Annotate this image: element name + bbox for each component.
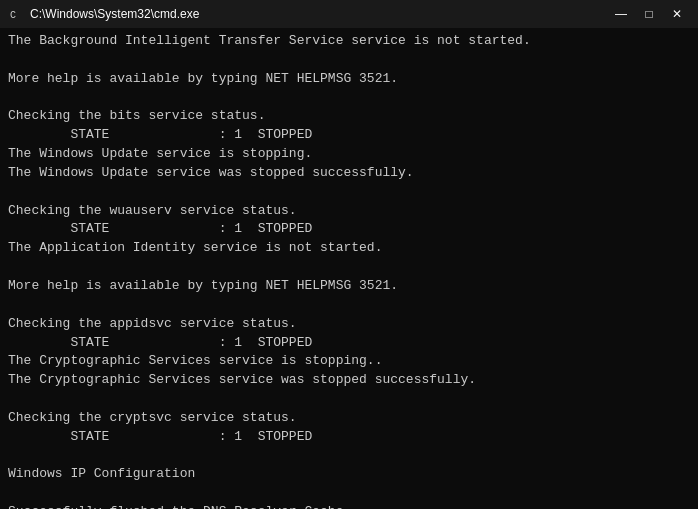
terminal-line: The Windows Update service was stopped s… [8, 164, 690, 183]
terminal-line: The Cryptographic Services service was s… [8, 371, 690, 390]
terminal-line [8, 183, 690, 202]
minimize-button[interactable]: — [608, 4, 634, 24]
terminal-line: Checking the bits service status. [8, 107, 690, 126]
title-bar-left: C C:\Windows\System32\cmd.exe [8, 6, 199, 22]
terminal-line [8, 390, 690, 409]
terminal-output: The Background Intelligent Transfer Serv… [0, 28, 698, 509]
terminal-line: STATE : 1 STOPPED [8, 220, 690, 239]
terminal-line [8, 447, 690, 466]
cmd-window: C C:\Windows\System32\cmd.exe — □ ✕ The … [0, 0, 698, 509]
terminal-line: The Cryptographic Services service is st… [8, 352, 690, 371]
cmd-icon: C [8, 6, 24, 22]
terminal-line [8, 89, 690, 108]
terminal-line: The Application Identity service is not … [8, 239, 690, 258]
terminal-line: STATE : 1 STOPPED [8, 126, 690, 145]
maximize-button[interactable]: □ [636, 4, 662, 24]
terminal-line [8, 258, 690, 277]
terminal-line [8, 484, 690, 503]
svg-text:C: C [10, 10, 16, 21]
terminal-line: The Background Intelligent Transfer Serv… [8, 32, 690, 51]
terminal-line: Checking the wuauserv service status. [8, 202, 690, 221]
window-controls: — □ ✕ [608, 4, 690, 24]
terminal-line: More help is available by typing NET HEL… [8, 70, 690, 89]
terminal-line: More help is available by typing NET HEL… [8, 277, 690, 296]
window-title: C:\Windows\System32\cmd.exe [30, 7, 199, 21]
title-bar: C C:\Windows\System32\cmd.exe — □ ✕ [0, 0, 698, 28]
terminal-line: Checking the appidsvc service status. [8, 315, 690, 334]
terminal-line [8, 51, 690, 70]
close-button[interactable]: ✕ [664, 4, 690, 24]
terminal-line: Windows IP Configuration [8, 465, 690, 484]
terminal-line: The Windows Update service is stopping. [8, 145, 690, 164]
terminal-line: STATE : 1 STOPPED [8, 334, 690, 353]
terminal-line [8, 296, 690, 315]
terminal-line: Successfully flushed the DNS Resolver Ca… [8, 503, 690, 509]
terminal-line: STATE : 1 STOPPED [8, 428, 690, 447]
terminal-line: Checking the cryptsvc service status. [8, 409, 690, 428]
